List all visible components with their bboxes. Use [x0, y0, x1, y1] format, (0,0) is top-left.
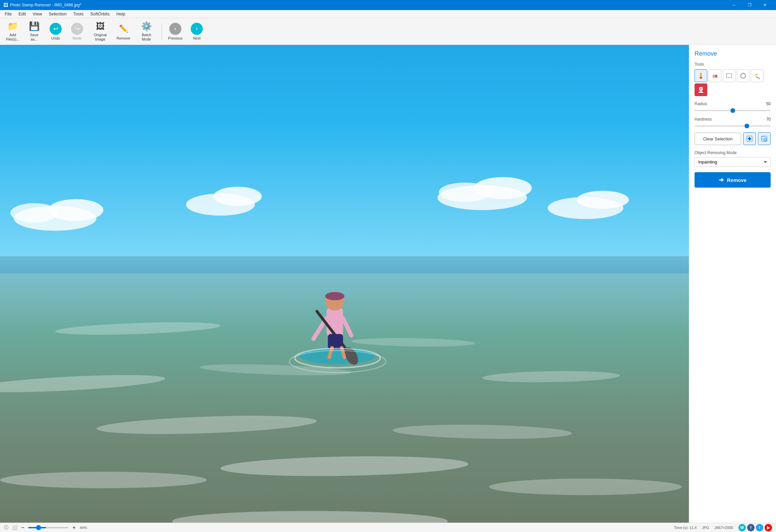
clear-selection-row: Clear Selection	[695, 132, 771, 145]
toolbar: 📁 Add File(s)... 💾 Save as... ↩ Undo ↪ R…	[0, 18, 776, 45]
svg-rect-59	[748, 138, 751, 139]
menu-softorbits[interactable]: SoftOrbits	[87, 10, 113, 18]
save-as-icon: 💾	[29, 21, 40, 31]
menubar: File Edit View Selection Tools SoftOrbit…	[0, 10, 776, 18]
mode-dropdown[interactable]: Inpainting Content-Aware Fill Clone Stam…	[695, 157, 771, 167]
restore-button[interactable]: ❐	[742, 0, 757, 10]
zoom-out-button[interactable]: −	[21, 525, 24, 531]
info-icon: ⓘ	[4, 525, 8, 531]
remove-button[interactable]: ➜ Remove	[695, 172, 771, 188]
batch-mode-button[interactable]: ⚙️ Batch Mode	[135, 20, 158, 43]
statusbar-rect-icon: ⬜	[12, 525, 17, 530]
menu-view[interactable]: View	[29, 10, 45, 18]
svg-rect-55	[699, 92, 703, 93]
minimize-button[interactable]: ─	[726, 0, 742, 10]
svg-point-30	[325, 292, 345, 301]
radius-slider[interactable]	[695, 110, 771, 111]
tool-magic-wand[interactable]	[751, 69, 764, 82]
tool-eraser[interactable]	[709, 69, 721, 82]
dimensions-label: 2667×2000	[715, 526, 733, 530]
hardness-header: Hardness 70	[695, 117, 771, 122]
redo-icon: ↪	[71, 23, 83, 35]
svg-point-10	[577, 191, 629, 209]
eraser-icon	[711, 72, 719, 79]
svg-point-52	[756, 74, 757, 75]
redo-label: Redo	[73, 36, 81, 40]
previous-button[interactable]: ‹ Previous	[165, 20, 185, 43]
tools-grid	[695, 69, 771, 96]
svg-point-56	[700, 88, 702, 89]
radius-slider-row: Radius 50	[695, 102, 771, 112]
tools-label: Tools	[695, 62, 771, 67]
previous-label: Previous	[168, 36, 183, 40]
previous-icon: ‹	[169, 23, 181, 35]
svg-rect-54	[700, 90, 702, 92]
canvas-image	[0, 45, 689, 523]
selection-add-button[interactable]	[743, 132, 756, 145]
selection-add-icon	[746, 135, 753, 142]
zoom-in-button[interactable]: +	[72, 525, 75, 531]
tool-lasso[interactable]	[737, 69, 750, 82]
zoom-slider[interactable]	[28, 525, 68, 530]
app-icon: 🖼	[3, 2, 8, 8]
selection-subtract-button[interactable]	[758, 132, 771, 145]
hardness-value: 70	[766, 117, 771, 122]
statusbar-left: ⓘ ⬜ − + 44%	[4, 525, 669, 531]
zoom-range[interactable]	[28, 527, 68, 528]
svg-point-8	[439, 183, 491, 202]
undo-icon: ↩	[50, 23, 62, 35]
statusbar-right: Time (s): 11.4 JPG 2667×2000 W f t ▶	[674, 524, 772, 531]
next-label: Next	[193, 36, 201, 40]
svg-rect-40	[700, 73, 702, 77]
svg-rect-62	[764, 138, 767, 141]
add-files-icon: 📁	[7, 21, 18, 31]
undo-button[interactable]: ↩ Undo	[46, 20, 66, 43]
menu-tools[interactable]: Tools	[70, 10, 87, 18]
main-layout: Remove Tools	[0, 45, 776, 523]
close-button[interactable]: ✕	[757, 0, 773, 10]
stamp-icon	[697, 86, 705, 93]
redo-button[interactable]: ↪ Redo	[67, 20, 87, 43]
canvas-area[interactable]	[0, 45, 689, 523]
toolbar-separator	[162, 23, 162, 40]
remove-toolbar-button[interactable]: ✏️ Remove	[113, 20, 133, 43]
radius-header: Radius 50	[695, 102, 771, 106]
original-image-icon: 🖼	[96, 21, 105, 31]
hardness-slider-row: Hardness 70	[695, 117, 771, 128]
undo-label: Undo	[51, 36, 60, 40]
menu-edit[interactable]: Edit	[15, 10, 29, 18]
menu-file[interactable]: File	[1, 10, 15, 18]
next-icon: ›	[191, 23, 203, 35]
radius-value: 50	[766, 102, 771, 106]
facebook-icon[interactable]: f	[747, 524, 755, 531]
rectangle-icon	[725, 72, 733, 79]
tool-stamp[interactable]	[695, 83, 707, 96]
svg-line-46	[756, 77, 760, 79]
svg-rect-0	[0, 45, 689, 260]
tool-rectangle[interactable]	[723, 69, 735, 82]
add-files-button[interactable]: 📁 Add File(s)...	[3, 20, 23, 43]
format-label: JPG	[702, 526, 709, 530]
save-as-label: Save as...	[30, 33, 38, 42]
window-controls: ─ ❐ ✕	[726, 0, 773, 10]
batch-mode-icon: ⚙️	[141, 21, 152, 31]
menu-selection[interactable]: Selection	[45, 10, 70, 18]
svg-rect-43	[715, 75, 717, 77]
brush-icon	[697, 72, 705, 79]
website-icon[interactable]: W	[738, 524, 746, 531]
next-button[interactable]: › Next	[187, 20, 207, 43]
menu-help[interactable]: Help	[113, 10, 129, 18]
zoom-level: 44%	[80, 526, 87, 530]
remove-icon: ✏️	[117, 23, 129, 35]
twitter-icon[interactable]: t	[756, 524, 763, 531]
svg-point-41	[700, 77, 702, 79]
save-as-button[interactable]: 💾 Save as...	[24, 20, 44, 43]
tool-brush[interactable]	[695, 69, 707, 82]
youtube-icon[interactable]: ▶	[765, 524, 772, 531]
original-image-button[interactable]: 🖼 Original Image	[88, 20, 112, 43]
clear-selection-button[interactable]: Clear Selection	[695, 133, 741, 145]
right-panel: Remove Tools	[689, 45, 776, 523]
original-image-label: Original Image	[94, 33, 107, 42]
time-label: Time (s): 11.4	[674, 526, 697, 530]
hardness-slider[interactable]	[695, 125, 771, 127]
